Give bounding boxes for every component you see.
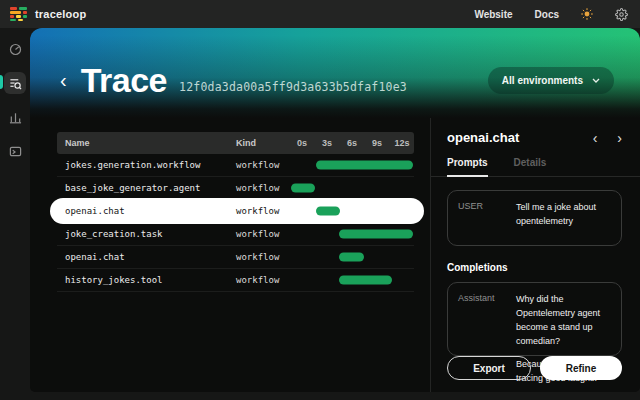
span-name: openai.chat xyxy=(65,206,125,216)
table-row[interactable]: jokes.generation.workflowworkflow xyxy=(57,154,414,177)
sidebar-item-traces[interactable] xyxy=(4,72,26,94)
prev-span-chevron-icon[interactable]: ‹ xyxy=(593,131,598,145)
trace-header: ‹ Trace 12f0da3da00a5ff9d3a633b5dfaf10e3… xyxy=(30,28,640,118)
timeline-tick: 12s xyxy=(394,132,409,154)
duration-bar xyxy=(339,253,364,262)
duration-bar xyxy=(339,276,392,285)
trace-id: 12f0da3da00a5ff9d3a633b5dfaf10e3 xyxy=(179,80,407,94)
sidebar-item-playground[interactable] xyxy=(4,140,26,162)
tab-prompts[interactable]: Prompts xyxy=(447,157,488,177)
tab-details[interactable]: Details xyxy=(514,157,547,176)
sidebar-item-dashboard[interactable] xyxy=(4,38,26,60)
span-kind: workflow xyxy=(236,160,279,170)
traceloop-logo-icon xyxy=(10,7,27,21)
span-kind: workflow xyxy=(236,229,279,239)
column-header-name: Name xyxy=(65,132,90,154)
theme-toggle-sun-icon[interactable] xyxy=(581,8,593,20)
monitor-icon xyxy=(9,145,22,158)
export-button[interactable]: Export xyxy=(447,356,531,380)
span-name: base_joke_generator.agent xyxy=(65,183,200,193)
span-table: Name Kind 0s3s6s9s12s jokes.generation.w… xyxy=(57,132,414,292)
span-name: joke_creation.task xyxy=(65,229,163,239)
span-rows: jokes.generation.workflowworkflowbase_jo… xyxy=(57,154,414,292)
prompt-card: USER Tell me a joke about opentelemetry xyxy=(447,190,622,246)
span-title: openai.chat xyxy=(447,130,519,145)
left-sidebar xyxy=(0,28,30,400)
completion-paragraph: Why did the Opentelemetry agent become a… xyxy=(516,293,611,349)
chevron-down-icon xyxy=(592,78,600,83)
next-span-chevron-icon[interactable]: › xyxy=(617,131,622,145)
completions-heading: Completions xyxy=(447,262,622,273)
span-name: history_jokes.tool xyxy=(65,275,163,285)
duration-bar xyxy=(291,184,315,193)
bar-chart-icon xyxy=(9,111,22,124)
table-row[interactable]: base_joke_generator.agentworkflow xyxy=(57,177,414,200)
completion-role-label: Assistant xyxy=(458,293,516,345)
timeline-tick: 0s xyxy=(297,132,307,154)
duration-bar xyxy=(316,207,340,216)
environment-dropdown-label: All environments xyxy=(502,75,583,86)
timeline-tick: 9s xyxy=(372,132,382,154)
table-row[interactable]: openai.chatworkflow xyxy=(57,200,414,223)
timeline-tick: 6s xyxy=(347,132,357,154)
top-nav: WebsiteDocs xyxy=(474,8,628,21)
span-kind: workflow xyxy=(236,183,279,193)
duration-bar xyxy=(339,230,413,239)
active-nav-indicator xyxy=(0,75,3,89)
duration-bar xyxy=(316,161,413,170)
span-kind: workflow xyxy=(236,275,279,285)
prompt-text: Tell me a joke about opentelemetry xyxy=(516,201,611,235)
back-chevron-icon[interactable]: ‹ xyxy=(60,70,67,90)
trace-search-icon xyxy=(9,77,22,90)
main-card: ‹ Trace 12f0da3da00a5ff9d3a633b5dfaf10e3… xyxy=(30,28,640,392)
gauge-icon xyxy=(9,43,22,56)
span-kind: workflow xyxy=(236,252,279,262)
page-title: Trace xyxy=(81,61,167,100)
top-bar: traceloop WebsiteDocs xyxy=(0,0,640,28)
span-table-area: Name Kind 0s3s6s9s12s jokes.generation.w… xyxy=(30,118,430,392)
completion-card: Assistant Why did the Opentelemetry agen… xyxy=(447,282,622,356)
column-header-kind: Kind xyxy=(236,132,256,154)
span-kind: workflow xyxy=(236,206,279,216)
table-row[interactable]: openai.chatworkflow xyxy=(57,246,414,269)
brand-name: traceloop xyxy=(35,8,86,20)
timeline-tick: 3s xyxy=(322,132,332,154)
sidebar-item-analytics[interactable] xyxy=(4,106,26,128)
completion-text: Why did the Opentelemetry agent become a… xyxy=(516,293,611,345)
refine-button[interactable]: Refine xyxy=(540,356,622,380)
span-name: openai.chat xyxy=(65,252,125,262)
environment-dropdown[interactable]: All environments xyxy=(488,67,614,94)
span-name: jokes.generation.workflow xyxy=(65,160,200,170)
prompt-role-label: USER xyxy=(458,201,516,235)
span-detail-panel: openai.chat ‹ › PromptsDetails USER Tell… xyxy=(430,118,640,392)
span-table-header: Name Kind 0s3s6s9s12s xyxy=(57,132,414,154)
settings-gear-icon[interactable] xyxy=(615,8,628,21)
table-row[interactable]: joke_creation.taskworkflow xyxy=(57,223,414,246)
top-nav-link-website[interactable]: Website xyxy=(474,9,512,20)
top-nav-link-docs[interactable]: Docs xyxy=(535,9,559,20)
detail-tabs: PromptsDetails xyxy=(431,157,640,177)
table-row[interactable]: history_jokes.toolworkflow xyxy=(57,269,414,292)
